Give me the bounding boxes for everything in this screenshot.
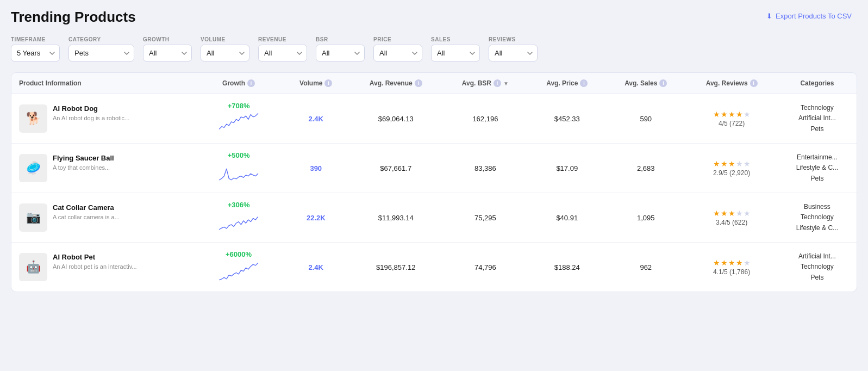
- timeframe-select[interactable]: 5 Years 1 Year 2 Years 3 Years All Time: [11, 45, 60, 61]
- reviews-cell: ★★★★★ 3.4/5 (622): [685, 193, 777, 243]
- product-image: 🤖: [19, 253, 47, 281]
- star-5: ★: [744, 209, 751, 218]
- reviews-cell: ★★★★★ 2.9/5 (2,920): [685, 144, 777, 193]
- product-image: 📷: [19, 203, 47, 232]
- volume-select[interactable]: All Low Medium High: [201, 45, 249, 61]
- star-rating: ★★★★★: [693, 258, 770, 267]
- table-header-row: Product Information Growth i Volume i: [11, 73, 857, 94]
- col-avg-bsr[interactable]: Avg. BSR i ▼: [442, 73, 528, 94]
- sales-cell: 1,095: [606, 193, 685, 243]
- filter-bsr: BSR All Low Medium High: [316, 36, 365, 61]
- bsr-label: BSR: [316, 36, 365, 42]
- bsr-info-icon[interactable]: i: [494, 79, 501, 87]
- product-desc: A toy that combines...: [53, 164, 114, 172]
- price-value: $17.09: [535, 164, 598, 172]
- star-4: ★: [736, 110, 743, 119]
- reviews-select[interactable]: All Low Medium High: [489, 45, 538, 61]
- bsr-cell: 83,386: [442, 144, 528, 193]
- col-categories: Categories: [778, 73, 857, 94]
- sales-cell: 2,683: [606, 144, 685, 193]
- star-2: ★: [721, 110, 728, 119]
- product-info: AI Robot Pet An AI robot pet is an inter…: [53, 253, 137, 271]
- growth-percent: +500%: [202, 151, 276, 159]
- price-cell: $17.09: [528, 144, 606, 193]
- star-4: ★: [736, 159, 743, 168]
- volume-value: 2.4K: [290, 115, 341, 123]
- bsr-value: 83,386: [450, 164, 520, 172]
- bsr-select[interactable]: All Low Medium High: [316, 45, 365, 61]
- price-cell: $188.24: [528, 243, 606, 292]
- col-avg-reviews: Avg. Reviews i: [685, 73, 777, 94]
- revenue-info-icon[interactable]: i: [415, 79, 422, 87]
- star-1: ★: [713, 258, 720, 267]
- sales-value: 1,095: [614, 214, 678, 222]
- product-name: Cat Collar Camera: [53, 203, 120, 212]
- star-2: ★: [721, 209, 728, 218]
- table-row: 📷 Cat Collar Camera A cat collar camera …: [11, 193, 857, 243]
- star-1: ★: [713, 159, 720, 168]
- product-desc: An AI robot dog is a robotic...: [53, 114, 129, 122]
- product-desc: An AI robot pet is an interactiv...: [53, 263, 137, 271]
- col-avg-sales: Avg. Sales i: [606, 73, 685, 94]
- sales-info-icon[interactable]: i: [659, 79, 667, 87]
- star-4: ★: [736, 209, 743, 218]
- product-info: AI Robot Dog An AI robot dog is a roboti…: [53, 104, 129, 122]
- volume-label: VOLUME: [201, 36, 249, 42]
- star-5: ★: [744, 110, 751, 119]
- star-3: ★: [728, 258, 735, 267]
- category-select[interactable]: Pets All Technology Entertainment: [68, 45, 134, 61]
- table-row: 🤖 AI Robot Pet An AI robot pet is an int…: [11, 243, 857, 292]
- categories-value: Artificial Int...TechnologyPets: [785, 251, 849, 283]
- star-rating: ★★★★★: [693, 209, 770, 218]
- products-table-container: Product Information Growth i Volume i: [11, 72, 857, 292]
- sales-select[interactable]: All Low Medium High: [431, 45, 480, 61]
- star-2: ★: [721, 258, 728, 267]
- export-button[interactable]: ⬇ Export Products To CSV: [761, 9, 857, 23]
- revenue-value: $69,064.13: [357, 115, 435, 123]
- product-info: Cat Collar Camera A cat collar camera is…: [53, 203, 120, 221]
- filter-reviews: REVIEWS All Low Medium High: [489, 36, 538, 61]
- table-row: 🐕 AI Robot Dog An AI robot dog is a robo…: [11, 94, 857, 144]
- export-label: Export Products To CSV: [776, 12, 852, 20]
- col-product-info: Product Information: [11, 73, 195, 94]
- col-avg-price: Avg. Price i: [528, 73, 606, 94]
- revenue-select[interactable]: All Low Medium High: [258, 45, 307, 61]
- price-cell: $452.33: [528, 94, 606, 144]
- growth-info-icon[interactable]: i: [247, 79, 255, 87]
- sales-cell: 590: [606, 94, 685, 144]
- growth-select[interactable]: All Low Medium High: [143, 45, 192, 61]
- col-avg-revenue: Avg. Revenue i: [349, 73, 442, 94]
- page-title: Trending Products: [11, 9, 136, 26]
- revenue-cell: $11,993.14: [349, 193, 442, 243]
- volume-info-icon[interactable]: i: [324, 79, 332, 87]
- download-icon: ⬇: [766, 12, 772, 20]
- volume-cell: 2.4K: [283, 243, 349, 292]
- filter-timeframe: TIMEFRAME 5 Years 1 Year 2 Years 3 Years…: [11, 36, 60, 61]
- star-rating: ★★★★★: [693, 110, 770, 119]
- sales-cell: 962: [606, 243, 685, 292]
- price-select[interactable]: All Low Medium High: [373, 45, 422, 61]
- bsr-cell: 75,295: [442, 193, 528, 243]
- growth-percent: +708%: [202, 102, 276, 110]
- reviews-value: 4.1/5 (1,786): [693, 268, 770, 276]
- categories-value: TechnologyArtificial Int...Pets: [785, 103, 849, 134]
- price-value: $40.91: [535, 214, 598, 222]
- price-info-icon[interactable]: i: [580, 79, 588, 87]
- volume-value: 2.4K: [290, 263, 341, 271]
- star-5: ★: [744, 159, 751, 168]
- bsr-value: 74,796: [450, 263, 520, 271]
- sparkline-chart: [214, 211, 263, 233]
- revenue-cell: $69,064.13: [349, 94, 442, 144]
- filter-volume: VOLUME All Low Medium High: [201, 36, 249, 61]
- reviews-value: 4/5 (722): [693, 120, 770, 127]
- filter-growth: GROWTH All Low Medium High: [143, 36, 192, 61]
- col-growth: Growth i: [195, 73, 283, 94]
- revenue-cell: $67,661.7: [349, 144, 442, 193]
- filter-category: CATEGORY Pets All Technology Entertainme…: [68, 36, 134, 61]
- star-5: ★: [744, 258, 751, 267]
- filter-price: PRICE All Low Medium High: [373, 36, 422, 61]
- star-3: ★: [728, 209, 735, 218]
- reviews-info-icon[interactable]: i: [750, 79, 758, 87]
- product-cell: 🤖 AI Robot Pet An AI robot pet is an int…: [11, 243, 195, 292]
- reviews-value: 2.9/5 (2,920): [693, 169, 770, 177]
